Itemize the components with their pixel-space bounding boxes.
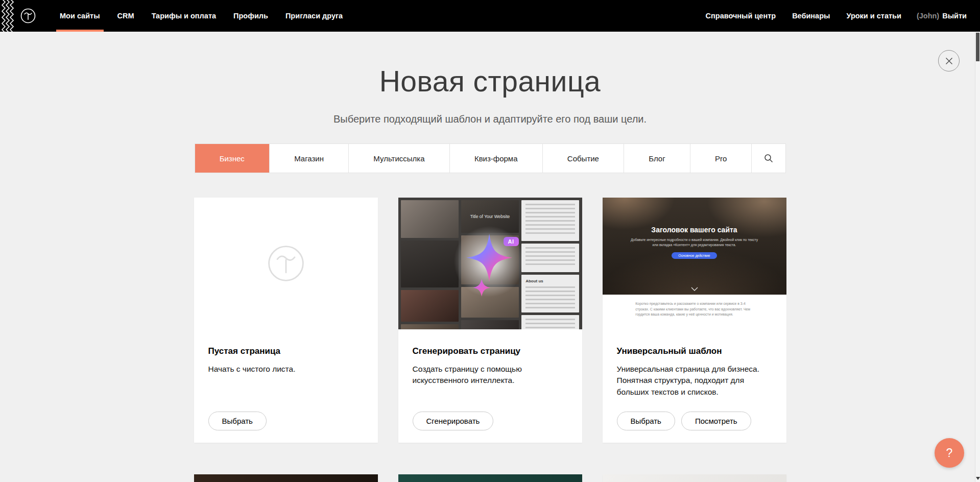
zigzag-icon	[0, 0, 14, 32]
chevron-down-icon	[691, 287, 698, 291]
tab-event[interactable]: Событие	[542, 144, 624, 173]
card-description: Создать страницу с помощью искусственног…	[413, 364, 566, 387]
preview-hero-title: Заголовок вашего сайта	[603, 198, 786, 234]
tilda-watermark-icon	[262, 239, 310, 287]
scrollbar-thumb[interactable]	[976, 33, 979, 61]
preview-text-section: Коротко представьтесь и расскажите о ком…	[603, 295, 786, 329]
close-button[interactable]	[938, 50, 960, 71]
template-card-universal: Заголовок вашего сайта Добавьте интересн…	[603, 198, 786, 443]
preview-hero-button: Основное действие	[672, 252, 716, 259]
tab-business[interactable]: Бизнес	[195, 144, 270, 173]
main-nav: Мои сайты CRM Тарифы и оплата Профиль Пр…	[51, 0, 351, 32]
top-navbar: Мои сайты CRM Тарифы и оплата Профиль Пр…	[0, 0, 980, 32]
card-title: Универсальный шаблон	[617, 346, 772, 356]
page-title: Новая страница	[0, 32, 980, 98]
zigzag-pattern	[0, 0, 14, 32]
preview-hero: Заголовок вашего сайта Добавьте интересн…	[603, 198, 786, 295]
tilda-logo[interactable]	[18, 6, 38, 26]
card-actions: Выбрать	[208, 412, 364, 430]
tab-shop[interactable]: Магазин	[269, 144, 348, 173]
nav-help-center[interactable]: Справочный центр	[698, 12, 784, 20]
choose-button[interactable]: Выбрать	[208, 412, 267, 430]
template-grid: Пустая страница Начать с чистого листа. …	[194, 198, 786, 482]
scrollbar[interactable]	[975, 32, 980, 482]
nav-lessons[interactable]: Уроки и статьи	[838, 12, 909, 20]
view-button[interactable]: Посмотреть	[681, 412, 751, 430]
help-button[interactable]: ?	[935, 438, 964, 468]
card-body: Пустая страница Начать с чистого листа. …	[194, 329, 378, 443]
template-card	[603, 474, 786, 482]
ai-sparkle: AI	[398, 198, 582, 329]
search-icon	[763, 153, 774, 163]
nav-my-sites[interactable]: Мои сайты	[51, 0, 109, 32]
card-title: Сгенерировать страницу	[413, 346, 568, 356]
nav-webinars[interactable]: Вебинары	[784, 12, 838, 20]
scroll-down-arrow-icon[interactable]	[976, 477, 980, 480]
template-card-preview	[398, 474, 582, 482]
tab-search[interactable]	[751, 144, 785, 173]
tilda-logo-icon	[18, 6, 38, 26]
tab-blog[interactable]: Блог	[624, 144, 690, 173]
user-name: (John)	[917, 12, 939, 20]
nav-tariffs[interactable]: Тарифы и оплата	[143, 0, 225, 32]
card-description: Универсальная страница для бизнеса. Поня…	[617, 364, 770, 398]
page-content: Новая страница Выберите подходящий шабло…	[0, 32, 980, 482]
template-card-blank: Пустая страница Начать с чистого листа. …	[194, 198, 378, 443]
preview-hero-subtitle: Добавьте интересные подробности о вашей …	[630, 237, 759, 248]
tab-quiz[interactable]: Квиз-форма	[449, 144, 542, 173]
secondary-nav: Справочный центр Вебинары Уроки и статьи…	[698, 0, 980, 32]
generate-button[interactable]: Сгенерировать	[413, 412, 494, 430]
page-subtitle: Выберите подходящий шаблон и адаптируйте…	[0, 113, 980, 125]
nav-invite-friend[interactable]: Пригласи друга	[277, 0, 351, 32]
blank-preview	[194, 198, 378, 329]
tab-pro[interactable]: Pro	[690, 144, 752, 173]
ai-badge: AI	[504, 237, 519, 246]
card-body: Сгенерировать страницу Создать страницу …	[398, 329, 582, 443]
card-title: Пустая страница	[208, 346, 364, 356]
card-actions: Выбрать Посмотреть	[617, 412, 772, 430]
ai-preview: Title of Your Website About us	[398, 198, 582, 329]
template-category-tabs: Бизнес Магазин Мультиссылка Квиз-форма С…	[195, 143, 786, 173]
template-card	[194, 474, 378, 482]
nav-profile[interactable]: Профиль	[225, 0, 277, 32]
close-icon	[945, 57, 953, 65]
template-card	[398, 474, 582, 482]
universal-preview: Заголовок вашего сайта Добавьте интересн…	[603, 198, 786, 329]
user-block: (John) Выйти	[910, 12, 967, 20]
preview-body-text: Коротко представьтесь и расскажите о ком…	[635, 301, 753, 318]
choose-button[interactable]: Выбрать	[617, 412, 675, 430]
nav-crm[interactable]: CRM	[109, 0, 143, 32]
card-body: Универсальный шаблон Универсальная стран…	[603, 329, 786, 443]
template-card-preview	[603, 474, 786, 482]
template-card-preview	[194, 474, 378, 482]
tab-multilink[interactable]: Мультиссылка	[348, 144, 449, 173]
template-card-ai: Title of Your Website About us	[398, 198, 582, 443]
card-actions: Сгенерировать	[413, 412, 568, 430]
logout-link[interactable]: Выйти	[942, 12, 967, 20]
card-description: Начать с чистого листа.	[208, 364, 362, 375]
